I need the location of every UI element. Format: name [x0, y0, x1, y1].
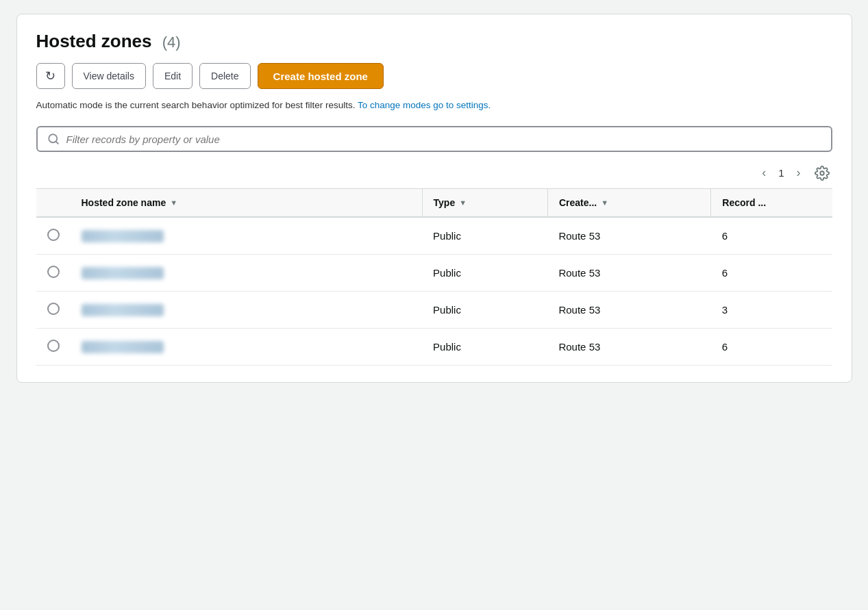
col-header-type[interactable]: Type ▼ — [422, 189, 547, 218]
table-row: redacted4.netPublicRoute 536 — [36, 329, 832, 366]
hosted-zones-table: Hosted zone name ▼ Type ▼ Create... ▼ — [36, 188, 832, 366]
zone-name-cell[interactable]: redacted1.com — [71, 217, 423, 255]
create-label: Create hosted zone — [273, 71, 368, 82]
edit-button[interactable]: Edit — [153, 63, 193, 89]
row-radio-button[interactable] — [47, 303, 60, 315]
col-name-label: Hosted zone name — [82, 197, 166, 208]
zone-type-cell: Public — [422, 329, 547, 366]
zone-records-cell: 6 — [711, 329, 832, 366]
col-type-label: Type — [434, 197, 456, 208]
zone-created-cell: Route 53 — [547, 292, 710, 329]
zone-records-cell: 3 — [711, 292, 832, 329]
zone-records-cell: 6 — [711, 217, 832, 255]
search-bar — [36, 126, 832, 152]
gear-icon — [815, 166, 830, 181]
refresh-button[interactable]: ↻ — [36, 63, 65, 89]
zone-name-cell[interactable]: redacted4.net — [71, 329, 423, 366]
create-hosted-zone-button[interactable]: Create hosted zone — [258, 63, 384, 89]
select-cell — [36, 329, 71, 366]
next-icon: › — [797, 166, 801, 179]
table-settings-button[interactable] — [815, 166, 830, 181]
header-row: Hosted zones (4) — [36, 31, 832, 52]
search-input[interactable] — [66, 134, 821, 145]
delete-button[interactable]: Delete — [199, 63, 250, 89]
prev-icon: ‹ — [762, 166, 766, 179]
zone-created-cell: Route 53 — [547, 329, 710, 366]
zone-name-blurred: redacted1.com — [82, 230, 164, 242]
col-header-name[interactable]: Hosted zone name ▼ — [71, 189, 423, 218]
table-row: redacted3.comPublicRoute 533 — [36, 292, 832, 329]
zone-type-cell: Public — [422, 217, 547, 255]
select-cell — [36, 217, 71, 255]
col-create-label: Create... — [559, 197, 597, 208]
info-description: Automatic mode is the current search beh… — [36, 100, 356, 110]
select-cell — [36, 292, 71, 329]
delete-label: Delete — [211, 71, 238, 81]
table-row: redacted2.comPublicRoute 536 — [36, 255, 832, 292]
toolbar: ↻ View details Edit Delete Create hosted… — [36, 63, 832, 89]
title-text: Hosted zones — [36, 31, 152, 51]
zone-created-cell: Route 53 — [547, 255, 710, 292]
table-header-row: Hosted zone name ▼ Type ▼ Create... ▼ — [36, 189, 832, 218]
current-page: 1 — [776, 167, 786, 179]
col-header-create[interactable]: Create... ▼ — [547, 189, 710, 218]
page-title: Hosted zones (4) — [36, 31, 181, 52]
zone-records-cell: 6 — [711, 255, 832, 292]
col-select — [36, 189, 71, 218]
col-record-label: Record ... — [722, 197, 766, 208]
sort-create-icon: ▼ — [601, 199, 608, 207]
row-radio-button[interactable] — [47, 340, 60, 352]
row-radio-button[interactable] — [47, 266, 60, 278]
zone-name-cell[interactable]: redacted3.com — [71, 292, 423, 329]
view-details-button[interactable]: View details — [72, 63, 146, 89]
sort-name-icon: ▼ — [170, 199, 177, 207]
refresh-icon: ↻ — [45, 68, 55, 84]
pagination-row: ‹ 1 › — [36, 164, 832, 181]
view-details-label: View details — [84, 71, 134, 81]
zone-name-cell[interactable]: redacted2.com — [71, 255, 423, 292]
zone-name-blurred: redacted4.net — [82, 341, 164, 353]
zone-type-cell: Public — [422, 292, 547, 329]
sort-type-icon: ▼ — [459, 199, 467, 207]
col-header-record[interactable]: Record ... — [711, 189, 832, 218]
zone-created-cell: Route 53 — [547, 217, 710, 255]
svg-point-2 — [820, 171, 824, 175]
next-page-button[interactable]: › — [793, 164, 805, 181]
table-row: redacted1.comPublicRoute 536 — [36, 217, 832, 255]
settings-link-text: To change modes go to settings. — [358, 100, 491, 110]
select-cell — [36, 255, 71, 292]
row-radio-button[interactable] — [47, 229, 60, 241]
search-icon — [47, 133, 60, 145]
zone-name-blurred: redacted2.com — [82, 267, 164, 279]
prev-page-button[interactable]: ‹ — [758, 164, 770, 181]
main-card: Hosted zones (4) ↻ View details Edit Del… — [16, 14, 852, 383]
settings-link[interactable]: To change modes go to settings. — [358, 100, 491, 110]
edit-label: Edit — [164, 71, 181, 81]
zone-type-cell: Public — [422, 255, 547, 292]
info-text: Automatic mode is the current search beh… — [36, 99, 832, 112]
svg-line-1 — [55, 142, 58, 144]
page-count: (4) — [162, 34, 181, 51]
zone-name-blurred: redacted3.com — [82, 304, 164, 316]
